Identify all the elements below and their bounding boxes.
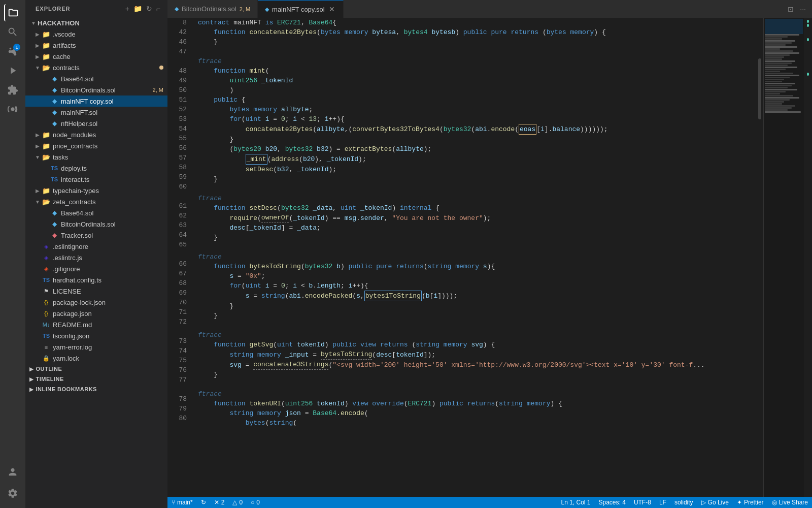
minimap[interactable] [763,18,804,497]
sidebar-item-hardhat[interactable]: ▶ TS hardhat.config.ts [25,274,167,285]
code-line-75: svg = concatenate3Strings("<svg width='2… [198,360,756,370]
ftrace-comment-3: ftrace [198,252,222,262]
sidebar-item-cache[interactable]: ▶ 📁 cache [25,51,167,62]
code-line-63: desc[_tokenId] = _data; [198,223,756,233]
source-control-icon[interactable]: 1 [4,43,21,60]
status-prettier[interactable]: ✦ Prettier [733,497,768,508]
split-editor-button[interactable]: ⊡ [786,3,796,15]
node-modules-arrow: ▶ [33,132,42,138]
sidebar-item-eslintignore[interactable]: ▶ ◈ .eslintignore [25,241,167,252]
status-golive[interactable]: ▷ Go Live [697,497,733,508]
sidebar-item-vscode[interactable]: ▶ 📁 .vscode [25,28,167,40]
gutter-mark-2 [807,24,809,27]
status-info[interactable]: ○ 0 [247,497,264,508]
sidebar-item-license[interactable]: ▶ ⚑ LICENSE [25,285,167,297]
sidebar-item-typechain[interactable]: ▶ 📁 typechain-types [25,185,167,196]
sidebar-item-mainnft-copy[interactable]: ◆ mainNFT copy.sol [25,96,167,107]
refresh-button[interactable]: ↻ [145,4,153,13]
remote-icon[interactable] [4,101,21,118]
outline-section[interactable]: ▶ OUTLINE [25,364,167,374]
code-line-61: function setDesc(bytes32 _data, uint _to… [198,203,756,213]
sidebar-item-base64-zeta[interactable]: ◆ Base64.sol [25,207,167,218]
artifacts-label: artifacts [53,42,76,49]
code-line-68: for(uint i = 0; i < b.length; i++){ [198,281,756,291]
code-line-48: function mint( [198,66,756,76]
sidebar-item-deploy[interactable]: TS deploy.ts [25,163,167,174]
readme-label: README.md [53,321,92,329]
base64-zeta-label: Base64.sol [61,209,93,217]
collapse-button[interactable]: ⌐ [155,4,161,13]
package-lock-icon: {} [42,298,51,307]
sidebar-item-mainnft[interactable]: ◆ mainNFT.sol [25,107,167,118]
sidebar-item-bitcoin-zeta[interactable]: ◆ BitcoinOrdinals.sol [25,218,167,230]
status-sync[interactable]: ↻ [197,497,210,508]
sidebar-item-price-contracts[interactable]: ▶ 📁 price_contracts [25,140,167,151]
status-position[interactable]: Ln 1, Col 1 [557,497,594,508]
sidebar-item-nfthelper[interactable]: ◆ nftHelper.sol [25,118,167,129]
tab-mainnft[interactable]: ◆ mainNFT copy.sol ✕ [258,0,344,18]
code-line-51: public { [198,95,756,105]
sidebar-item-tasks[interactable]: ▼ 📂 tasks [25,151,167,163]
code-line-54: concatenate2Bytes(allbyte,(convertBytes3… [198,124,756,135]
timeline-section[interactable]: ▶ TIMELINE [25,374,167,384]
status-encoding[interactable]: UTF-8 [630,497,655,508]
contracts-label: contracts [53,64,80,72]
base64-contracts-label: Base64.sol [61,75,93,83]
encoding-label: UTF-8 [634,499,651,506]
tracker-label: Tracker.sol [61,232,93,239]
status-liveshare[interactable]: ◎ Live Share [768,497,812,508]
sidebar-item-eslintrc[interactable]: ▶ ◈ .eslintrc.js [25,252,167,263]
nfthelper-label: nftHelper.sol [61,120,97,128]
minimap-content [764,18,804,114]
mainnft-tab-close[interactable]: ✕ [328,5,336,13]
readme-icon: M↓ [42,320,51,329]
tasks-label: tasks [53,153,68,161]
tab-bitcoin[interactable]: ◆ BitcoinOrdinals.sol 2, M [167,0,258,18]
explorer-title: EXPLORER [36,6,71,12]
sidebar-item-base64-contracts[interactable]: ◆ Base64.sol [25,73,167,84]
run-icon[interactable] [4,62,21,79]
sidebar-item-artifacts[interactable]: ▶ 📁 artifacts [25,40,167,51]
scrollbar-thumb[interactable] [758,58,761,119]
code-line-76: } [198,370,756,379]
sidebar-item-package-lock[interactable]: ▶ {} package-lock.json [25,297,167,308]
status-warnings[interactable]: △ 0 [228,497,247,508]
vscode-label: .vscode [53,30,76,38]
sidebar-item-yarn-error[interactable]: ▶ ≡ yarn-error.log [25,341,167,353]
sidebar-item-contracts[interactable]: ▼ 📂 contracts [25,62,167,73]
search-icon[interactable] [4,23,21,41]
sidebar-item-bitcoin-contracts[interactable]: ◆ BitcoinOrdinals.sol 2, M [25,84,167,96]
sidebar-item-zeta-contracts[interactable]: ▼ 📂 zeta_contracts [25,196,167,207]
code-editor[interactable]: contract mainNFT is ERC721, Base64{ func… [193,18,756,497]
eol-label: LF [659,499,666,506]
code-line-8: contract mainNFT is ERC721, Base64{ [198,18,756,27]
inline-bookmarks-section[interactable]: ▶ INLINE BOOKMARKS [25,384,167,394]
more-actions-button[interactable]: ··· [798,3,808,15]
status-branch[interactable]: ⑂ main* [167,497,197,508]
code-line-80: bytes(string( [198,418,756,428]
sidebar-item-tracker[interactable]: ◆ Tracker.sol [25,230,167,241]
ftrace-comment-4: ftrace [198,330,222,340]
sidebar-item-readme[interactable]: ▶ M↓ README.md [25,319,167,330]
status-eol[interactable]: LF [655,497,670,508]
status-spaces[interactable]: Spaces: 4 [595,497,630,508]
settings-icon[interactable] [4,485,21,502]
account-icon[interactable] [4,463,21,481]
sidebar-item-package[interactable]: ▶ {} package.json [25,308,167,319]
new-folder-button[interactable]: 📁 [132,4,143,13]
files-icon[interactable] [4,4,21,21]
sidebar-item-tsconfig[interactable]: ▶ TS tsconfig.json [25,330,167,341]
sidebar-item-interact[interactable]: TS interact.ts [25,174,167,185]
sidebar-item-gitignore[interactable]: ▶ ◈ .gitignore [25,263,167,274]
editor-scrollbar[interactable] [756,18,763,497]
extensions-icon[interactable] [4,81,21,99]
sidebar-item-yarn-lock[interactable]: ▶ 🔒 yarn.lock [25,353,167,364]
new-file-button[interactable]: + [124,4,130,13]
code-line-73: function getSvg(uint tokenId) public vie… [198,340,756,350]
sidebar-item-node-modules[interactable]: ▶ 📁 node_modules [25,129,167,140]
editor-content: 8 42 46 47 · 48 49 50 51 52 53 54 55 56 … [167,18,812,497]
status-language[interactable]: solidity [670,497,697,508]
deploy-label: deploy.ts [61,165,87,172]
root-folder[interactable]: ▼ HACKATHON [25,17,167,28]
status-errors[interactable]: ✕ 2 [210,497,229,508]
